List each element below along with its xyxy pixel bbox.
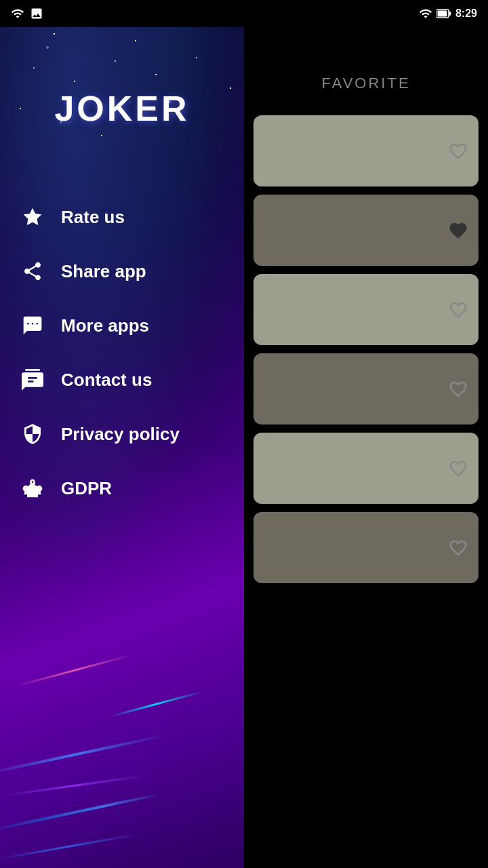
heart-icon-2[interactable] (446, 218, 470, 243)
battery-icon (436, 9, 451, 18)
heart-icon-5[interactable] (446, 456, 470, 481)
star-icon (20, 205, 45, 229)
card-1[interactable] (253, 115, 479, 186)
heart-icon-3[interactable] (446, 298, 470, 322)
status-right-icons: 8:29 (419, 7, 477, 20)
sidebar-item-more-apps[interactable]: More apps (0, 298, 244, 353)
more-apps-label: More apps (61, 315, 149, 336)
heart-empty-4 (448, 379, 468, 399)
status-bar: 8:29 (0, 0, 488, 27)
heart-empty-6 (448, 538, 468, 558)
sidebar-item-share-app[interactable]: Share app (0, 244, 244, 298)
svg-rect-2 (437, 11, 447, 17)
card-4[interactable] (253, 353, 479, 425)
clock: 8:29 (455, 7, 477, 20)
share-app-label: Share app (61, 261, 146, 282)
privacy-policy-label: Privacy policy (61, 424, 180, 445)
decorative-lines (0, 597, 244, 868)
rate-us-label: Rate us (61, 207, 125, 228)
wifi-icon (11, 7, 24, 20)
image-icon (30, 7, 43, 20)
top-bar (244, 27, 488, 81)
sidebar-item-privacy-policy[interactable]: Privacy policy (0, 407, 244, 461)
sidebar-item-rate-us[interactable]: Rate us (0, 190, 244, 244)
heart-icon-1[interactable] (446, 139, 470, 163)
sidebar-item-contact-us[interactable]: Contact us (0, 353, 244, 407)
line-blue3 (0, 833, 142, 861)
status-left-icons (11, 7, 43, 20)
line-blue2 (0, 793, 161, 832)
favorite-label: FAVORITE (244, 75, 488, 92)
card-6[interactable] (253, 512, 479, 583)
line-pink (16, 654, 134, 687)
person-icon (20, 476, 45, 500)
cards-area (244, 108, 488, 868)
sidebar-menu: Rate us Share app More apps (0, 190, 244, 515)
card-2[interactable] (253, 195, 479, 266)
heart-filled-2 (448, 220, 468, 241)
sidebar: JOKER Rate us Share app (0, 0, 244, 868)
heart-icon-4[interactable] (446, 377, 470, 401)
heart-empty-1 (448, 141, 468, 161)
svg-rect-1 (449, 12, 451, 16)
more-apps-icon (20, 313, 45, 338)
contact-icon (20, 368, 45, 392)
share-icon (20, 259, 45, 283)
heart-empty-5 (448, 458, 468, 479)
app-title: JOKER (54, 88, 189, 129)
contact-us-label: Contact us (61, 370, 152, 391)
search-button[interactable] (445, 39, 474, 69)
heart-icon-6[interactable] (446, 536, 470, 560)
gdpr-label: GDPR (61, 478, 112, 499)
line-purple1 (1, 774, 148, 797)
shield-icon (20, 422, 45, 446)
search-icon (449, 44, 470, 64)
sidebar-header: JOKER (0, 27, 244, 190)
card-5[interactable] (253, 433, 479, 504)
heart-empty-3 (448, 300, 468, 320)
line-cyan (110, 691, 202, 717)
line-blue1 (0, 734, 167, 776)
card-3[interactable] (253, 274, 479, 345)
sidebar-item-gdpr[interactable]: GDPR (0, 461, 244, 515)
signal-icon (419, 7, 432, 20)
